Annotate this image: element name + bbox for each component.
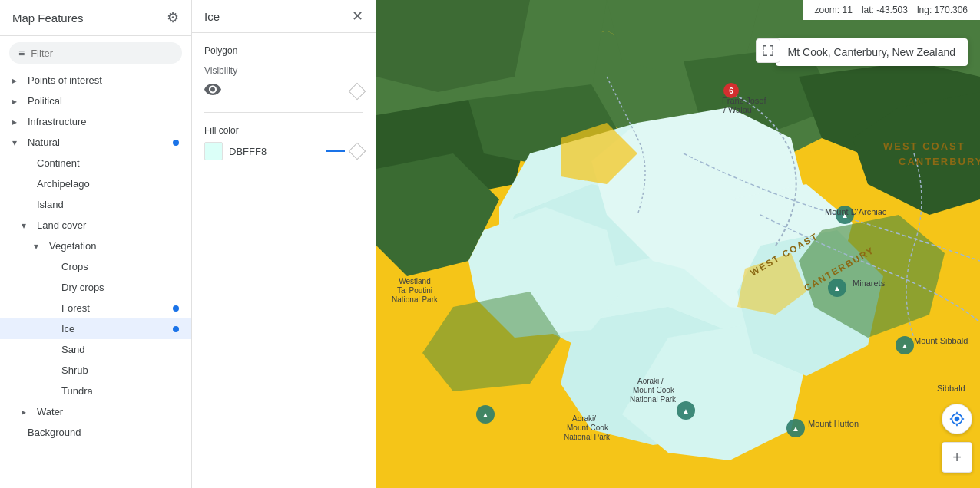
sidebar-title: Map Features <box>12 12 84 25</box>
sidebar-item-label: Shrub <box>61 364 179 376</box>
chevron-icon: ▾ <box>22 220 34 231</box>
svg-text:Aoraki/: Aoraki/ <box>572 414 596 423</box>
chevron-icon: ▸ <box>12 96 25 107</box>
chevron-icon: ▾ <box>34 241 46 252</box>
sidebar-item-land-cover[interactable]: ▾Land cover <box>0 215 191 236</box>
svg-text:▲: ▲ <box>482 411 489 419</box>
chevron-icon: ▸ <box>22 407 34 417</box>
plus-icon: + <box>952 449 962 467</box>
lat-value: -43.503 <box>876 5 908 15</box>
svg-text:6: 6 <box>729 87 733 95</box>
svg-text:Mount Cook: Mount Cook <box>633 386 675 394</box>
sidebar-item-continent[interactable]: Continent <box>0 153 191 173</box>
sidebar-item-forest[interactable]: Forest <box>0 298 191 318</box>
polygon-label: Polygon <box>204 45 363 56</box>
gear-icon[interactable]: ⚙ <box>167 9 179 26</box>
sidebar-item-label: Land cover <box>37 219 179 231</box>
detail-header: Ice ✕ <box>192 0 376 33</box>
map-svg[interactable]: 6 ▲ ▲ ▲ ▲ ▲ ▲ WEST COAST CANTERBURY WEST… <box>376 0 980 488</box>
sidebar-item-dry-crops[interactable]: Dry crops <box>0 277 191 298</box>
sidebar-item-label: Water <box>37 406 179 417</box>
sidebar-item-crops[interactable]: Crops <box>0 256 191 277</box>
detail-section-fill: Fill color DBFFF8 <box>192 113 376 173</box>
color-swatch[interactable] <box>204 142 223 160</box>
lat-label: lat: -43.503 <box>862 5 908 15</box>
svg-marker-4 <box>376 0 530 92</box>
svg-text:Aoraki /: Aoraki / <box>637 377 664 385</box>
sidebar-item-points-of-interest[interactable]: ▸Points of interest <box>0 70 191 91</box>
sidebar-item-vegetation[interactable]: ▾Vegetation <box>0 236 191 256</box>
eye-icon[interactable] <box>204 82 221 100</box>
detail-title: Ice <box>204 10 220 23</box>
tree: ▸Points of interest▸Political▸Infrastruc… <box>0 70 191 443</box>
svg-text:Mount Sibbald: Mount Sibbald <box>914 336 968 345</box>
svg-text:▲: ▲ <box>682 407 690 415</box>
filter-bar[interactable]: ≡ <box>9 42 182 64</box>
filter-icon: ≡ <box>18 47 25 59</box>
svg-text:National Park: National Park <box>630 395 677 404</box>
expand-button[interactable] <box>756 38 780 63</box>
filter-input[interactable] <box>31 48 173 59</box>
sidebar-item-tundra[interactable]: Tundra <box>0 381 191 401</box>
svg-text:Mount Cook: Mount Cook <box>567 424 609 432</box>
svg-text:WEST COAST: WEST COAST <box>883 140 965 152</box>
sidebar-item-infrastructure[interactable]: ▸Infrastructure <box>0 111 191 132</box>
chevron-icon: ▸ <box>12 75 25 86</box>
visibility-diamond[interactable] <box>349 82 366 100</box>
map-tooltip: Mt Cook, Canterbury, New Zealand <box>776 38 968 66</box>
color-value-row[interactable]: DBFFF8 <box>204 142 267 160</box>
sidebar-item-shrub[interactable]: Shrub <box>0 360 191 381</box>
sidebar-item-label: Vegetation <box>49 240 179 252</box>
sidebar-item-political[interactable]: ▸Political <box>0 91 191 111</box>
sidebar-header: Map Features ⚙ <box>0 0 191 36</box>
svg-text:Mount D'Archiac: Mount D'Archiac <box>825 207 887 216</box>
fill-color-row: DBFFF8 <box>204 142 363 160</box>
sidebar: Map Features ⚙ ≡ ▸Points of interest▸Pol… <box>0 0 192 488</box>
sidebar-item-label: Background <box>28 427 179 438</box>
sidebar-item-background[interactable]: Background <box>0 422 191 443</box>
active-dot <box>173 326 179 332</box>
sidebar-item-label: Archipelago <box>37 178 179 190</box>
svg-text:▲: ▲ <box>792 424 800 433</box>
sidebar-item-label: Infrastructure <box>28 116 179 127</box>
sidebar-item-island[interactable]: Island <box>0 194 191 215</box>
svg-text:▲: ▲ <box>901 341 909 350</box>
svg-text:Tai Poutini: Tai Poutini <box>397 286 432 295</box>
svg-text:Sibbald: Sibbald <box>937 384 965 393</box>
sidebar-item-natural[interactable]: ▾Natural <box>0 132 191 153</box>
lng-value: 170.306 <box>935 5 968 15</box>
map-area: zoom: 11 lat: -43.503 lng: 170.306 Mt Co… <box>376 0 980 488</box>
visibility-label: Visibility <box>204 65 363 76</box>
chevron-icon: ▾ <box>12 137 25 148</box>
svg-text:Mount Hutton: Mount Hutton <box>808 419 859 428</box>
svg-text:National Park: National Park <box>564 433 611 441</box>
zoom-label: zoom: 11 <box>815 5 853 15</box>
sidebar-item-label: Continent <box>37 157 179 169</box>
lng-label: lng: 170.306 <box>917 5 968 15</box>
svg-text:/ Walau: / Walau <box>723 105 752 114</box>
close-button[interactable]: ✕ <box>352 9 363 23</box>
sidebar-item-sand[interactable]: Sand <box>0 339 191 360</box>
sidebar-item-label: Natural <box>28 137 173 148</box>
sidebar-item-archipelago[interactable]: Archipelago <box>0 173 191 194</box>
svg-text:CANTERBURY: CANTERBURY <box>899 156 980 167</box>
sidebar-item-label: Forest <box>61 302 173 314</box>
location-button[interactable] <box>942 404 972 434</box>
sidebar-item-ice[interactable]: Ice <box>0 318 191 339</box>
zoom-value: 11 <box>843 5 853 15</box>
svg-text:Westland: Westland <box>399 277 431 285</box>
svg-text:National Park: National Park <box>392 295 439 304</box>
detail-panel: Ice ✕ Polygon Visibility Fill color DBFF… <box>192 0 376 488</box>
svg-text:▲: ▲ <box>833 284 841 292</box>
sidebar-item-label: Dry crops <box>61 282 179 293</box>
fill-diamond[interactable] <box>349 143 366 160</box>
sidebar-item-label: Sand <box>61 344 179 355</box>
visibility-row <box>204 82 363 100</box>
zoom-in-button[interactable]: + <box>942 442 972 473</box>
sidebar-item-water[interactable]: ▸Water <box>0 401 191 422</box>
sidebar-item-label: Tundra <box>61 385 179 397</box>
color-hex: DBFFF8 <box>229 146 267 157</box>
sidebar-item-label: Points of interest <box>28 74 179 86</box>
chevron-icon: ▸ <box>12 117 25 127</box>
sidebar-item-label: Political <box>28 95 179 107</box>
